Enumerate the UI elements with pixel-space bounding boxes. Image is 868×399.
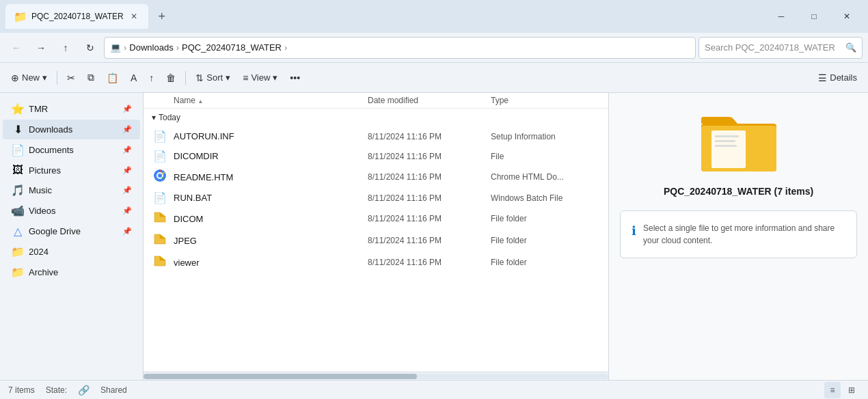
cut-button[interactable]: ✂ — [62, 67, 81, 89]
sidebar-item-downloads[interactable]: ⬇ Downloads 📌 — [3, 120, 140, 139]
sidebar-item-documents[interactable]: 📄 Documents 📌 — [3, 140, 140, 160]
table-row[interactable]: DICOM 8/11/2024 11:16 PM File folder — [144, 208, 608, 230]
sidebar-item-2024[interactable]: 📁 2024 — [3, 242, 140, 262]
search-bar[interactable]: Search PQC_20240718_WATER 🔍 — [699, 37, 863, 59]
view-button[interactable]: ≡ View ▾ — [237, 67, 283, 89]
file-date-runbat: 8/11/2024 11:16 PM — [368, 193, 491, 203]
new-label: New — [22, 72, 40, 83]
sidebar-item-videos[interactable]: 📹 Videos 📌 — [3, 201, 140, 221]
file-icon-readme — [152, 169, 168, 184]
rename-button[interactable]: A — [125, 67, 142, 89]
list-view-button[interactable]: ≡ — [824, 382, 841, 398]
documents-icon: 📄 — [11, 143, 25, 156]
table-row[interactable]: 📄 DICOMDIR 8/11/2024 11:16 PM File — [144, 146, 608, 166]
googledrive-icon: △ — [11, 225, 25, 238]
main-content: ⭐ TMR 📌 ⬇ Downloads 📌 📄 Documents 📌 🖼 Pi… — [0, 93, 868, 380]
sort-button[interactable]: ⇅ Sort ▾ — [190, 67, 236, 89]
computer-icon: 💻 — [110, 42, 121, 53]
forward-button[interactable]: → — [30, 37, 52, 59]
table-row[interactable]: README.HTM 8/11/2024 11:16 PM Chrome HTM… — [144, 166, 608, 188]
toolbar-separator-1 — [57, 71, 57, 85]
table-row[interactable]: 📄 RUN.BAT 8/11/2024 11:16 PM Windows Bat… — [144, 188, 608, 208]
search-icon[interactable]: 🔍 — [845, 42, 856, 53]
table-row[interactable]: 📄 AUTORUN.INF 8/11/2024 11:16 PM Setup I… — [144, 126, 608, 146]
back-button[interactable]: ← — [5, 37, 27, 59]
status-bar: 7 items State: 🔗 Shared ≡ ⊞ — [0, 380, 868, 399]
sidebar-label-videos: Videos — [29, 206, 118, 216]
file-type-runbat: Windows Batch File — [491, 193, 600, 203]
info-icon: ℹ — [632, 223, 636, 238]
scrollbar-thumb[interactable] — [144, 374, 417, 379]
active-tab[interactable]: 📁 PQC_20240718_WATER ✕ — [5, 4, 148, 29]
delete-button[interactable]: 🗑 — [161, 67, 181, 89]
maximize-button[interactable]: □ — [798, 5, 830, 27]
more-button[interactable]: ••• — [284, 67, 306, 89]
svg-rect-7 — [715, 140, 735, 142]
file-type-readme: Chrome HTML Do... — [491, 172, 600, 182]
breadcrumb-folder[interactable]: PQC_20240718_WATER — [182, 42, 282, 53]
grid-view-button[interactable]: ⊞ — [843, 382, 860, 398]
tab-title: PQC_20240718_WATER — [31, 12, 124, 21]
file-date-dicomdir: 8/11/2024 11:16 PM — [368, 152, 491, 161]
minimize-button[interactable]: ─ — [765, 5, 797, 27]
rename-icon: A — [131, 72, 137, 83]
horizontal-scrollbar[interactable] — [144, 372, 608, 380]
sidebar-item-pictures[interactable]: 🖼 Pictures 📌 — [3, 161, 140, 180]
breadcrumb-sep3: › — [284, 42, 287, 53]
refresh-button[interactable]: ↻ — [79, 37, 101, 59]
search-placeholder: Search PQC_20240718_WATER — [705, 42, 835, 53]
folder-icon-archive: 📁 — [11, 266, 25, 279]
sidebar-item-googledrive[interactable]: △ Google Drive 📌 — [3, 221, 140, 241]
sidebar-item-music[interactable]: 🎵 Music 📌 — [3, 180, 140, 200]
sidebar-item-tmr[interactable]: ⭐ TMR 📌 — [3, 99, 140, 119]
column-header-name[interactable]: Name ▲ — [174, 96, 368, 105]
table-row[interactable]: JPEG 8/11/2024 11:16 PM File folder — [144, 230, 608, 251]
shared-state-icon: 🔗 — [78, 385, 90, 396]
file-name-runbat: RUN.BAT — [174, 193, 368, 203]
window-controls: ─ □ ✕ — [765, 5, 863, 27]
sort-icon: ⇅ — [195, 72, 204, 83]
sidebar-label-downloads: Downloads — [29, 124, 118, 135]
star-icon: ⭐ — [11, 102, 25, 115]
up-button[interactable]: ↑ — [55, 37, 77, 59]
sidebar-label-tmr: TMR — [29, 104, 118, 114]
file-name-autorun: AUTORUN.INF — [174, 131, 368, 141]
details-label: Details — [830, 72, 857, 83]
more-icon: ••• — [290, 72, 300, 83]
copy-button[interactable]: ⧉ — [82, 67, 100, 89]
view-icon: ≡ — [243, 72, 248, 83]
sidebar: ⭐ TMR 📌 ⬇ Downloads 📌 📄 Documents 📌 🖼 Pi… — [0, 93, 144, 380]
title-bar: 📁 PQC_20240718_WATER ✕ + ─ □ ✕ — [0, 0, 868, 33]
pin-icon-downloads: 📌 — [122, 125, 132, 134]
new-button[interactable]: ⊕ New ▾ — [5, 67, 53, 89]
details-panel: PQC_20240718_WATER (7 items) ℹ Select a … — [608, 93, 868, 380]
share-button[interactable]: ↑ — [144, 67, 159, 89]
sidebar-item-archive[interactable]: 📁 Archive — [3, 262, 140, 282]
file-list-header: Name ▲ Date modified Type — [144, 93, 608, 109]
music-icon: 🎵 — [11, 184, 25, 197]
details-button[interactable]: ☰ Details — [813, 67, 863, 89]
info-text: Select a single file to get more informa… — [643, 222, 845, 247]
table-row[interactable]: viewer 8/11/2024 11:16 PM File folder — [144, 251, 608, 273]
close-window-button[interactable]: ✕ — [831, 5, 863, 27]
view-dropdown-icon: ▾ — [273, 72, 277, 83]
column-header-date[interactable]: Date modified — [368, 96, 491, 105]
toolbar-separator-2 — [185, 71, 186, 85]
paste-button[interactable]: 📋 — [101, 67, 124, 89]
file-type-dicomdir: File — [491, 152, 600, 161]
file-type-autorun: Setup Information — [491, 132, 600, 141]
group-header-today[interactable]: ▾ Today — [144, 109, 608, 126]
new-tab-button[interactable]: + — [151, 5, 173, 27]
folder-icon-2024: 📁 — [11, 245, 25, 258]
file-list: Name ▲ Date modified Type ▾ Today 📄 AUTO… — [144, 93, 608, 372]
file-date-readme: 8/11/2024 11:16 PM — [368, 172, 491, 182]
tab-folder-icon: 📁 — [14, 10, 27, 23]
new-icon: ⊕ — [11, 72, 19, 83]
breadcrumb-downloads[interactable]: Downloads — [129, 42, 173, 53]
svg-rect-8 — [715, 145, 737, 147]
column-header-type[interactable]: Type — [491, 96, 600, 105]
tab-close-button[interactable]: ✕ — [128, 10, 140, 23]
share-icon: ↑ — [149, 72, 154, 83]
cut-icon: ✂ — [67, 72, 75, 83]
address-bar[interactable]: 💻 › Downloads › PQC_20240718_WATER › — [104, 37, 696, 59]
